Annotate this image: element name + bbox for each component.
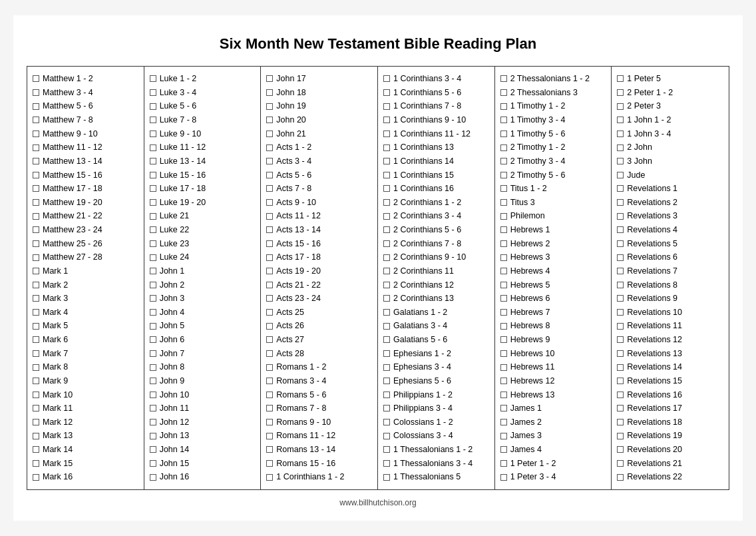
checkbox-icon[interactable] xyxy=(383,117,390,123)
checkbox-icon[interactable] xyxy=(383,131,390,137)
list-item[interactable]: Galatians 3 - 4 xyxy=(383,319,489,333)
list-item[interactable]: James 1 xyxy=(500,402,606,415)
checkbox-icon[interactable] xyxy=(383,446,390,453)
list-item[interactable]: Revelations 12 xyxy=(617,333,723,347)
checkbox-icon[interactable] xyxy=(383,103,390,110)
list-item[interactable]: Colossians 3 - 4 xyxy=(383,429,489,443)
checkbox-icon[interactable] xyxy=(150,213,156,220)
list-item[interactable]: Hebrews 1 xyxy=(500,223,606,237)
list-item[interactable]: Luke 19 - 20 xyxy=(150,196,256,210)
list-item[interactable]: 2 Corinthians 3 - 4 xyxy=(383,209,489,223)
list-item[interactable]: Romans 9 - 10 xyxy=(266,415,372,429)
checkbox-icon[interactable] xyxy=(500,433,507,439)
checkbox-icon[interactable] xyxy=(500,199,507,206)
checkbox-icon[interactable] xyxy=(266,89,273,96)
checkbox-icon[interactable] xyxy=(33,240,39,247)
list-item[interactable]: 1 Corinthians 9 - 10 xyxy=(383,113,489,127)
list-item[interactable]: Revelations 6 xyxy=(617,250,723,264)
list-item[interactable]: 1 Corinthians 11 - 12 xyxy=(383,127,489,141)
list-item[interactable]: Hebrews 8 xyxy=(500,319,606,333)
list-item[interactable]: Revelations 9 xyxy=(617,292,723,306)
list-item[interactable]: John 13 xyxy=(150,429,256,443)
checkbox-icon[interactable] xyxy=(33,392,39,398)
checkbox-icon[interactable] xyxy=(500,446,507,453)
checkbox-icon[interactable] xyxy=(150,199,156,206)
list-item[interactable]: John 16 xyxy=(150,470,256,484)
checkbox-icon[interactable] xyxy=(500,419,507,425)
list-item[interactable]: Romans 5 - 6 xyxy=(266,388,372,402)
checkbox-icon[interactable] xyxy=(33,158,39,164)
checkbox-icon[interactable] xyxy=(617,199,624,206)
list-item[interactable]: 2 Corinthians 13 xyxy=(383,292,489,306)
list-item[interactable]: Mark 3 xyxy=(33,292,138,306)
checkbox-icon[interactable] xyxy=(33,131,39,137)
list-item[interactable]: Matthew 3 - 4 xyxy=(33,86,138,100)
list-item[interactable]: Hebrews 7 xyxy=(500,306,606,320)
checkbox-icon[interactable] xyxy=(383,240,390,247)
checkbox-icon[interactable] xyxy=(33,89,39,96)
list-item[interactable]: 1 Corinthians 5 - 6 xyxy=(383,86,489,100)
list-item[interactable]: Mark 7 xyxy=(33,347,138,361)
list-item[interactable]: 1 Timothy 3 - 4 xyxy=(500,113,606,127)
checkbox-icon[interactable] xyxy=(266,185,273,192)
list-item[interactable]: 2 Corinthians 9 - 10 xyxy=(383,250,489,264)
list-item[interactable]: Matthew 11 - 12 xyxy=(33,140,138,154)
checkbox-icon[interactable] xyxy=(150,474,156,481)
list-item[interactable]: Revelations 5 xyxy=(617,237,723,251)
checkbox-icon[interactable] xyxy=(33,254,39,261)
list-item[interactable]: Luke 1 - 2 xyxy=(150,72,256,86)
list-item[interactable]: Romans 15 - 16 xyxy=(266,457,372,471)
checkbox-icon[interactable] xyxy=(266,103,273,110)
list-item[interactable]: Ephesians 3 - 4 xyxy=(383,360,489,374)
list-item[interactable]: 2 Corinthians 12 xyxy=(383,278,489,292)
checkbox-icon[interactable] xyxy=(33,172,39,178)
checkbox-icon[interactable] xyxy=(500,185,507,192)
checkbox-icon[interactable] xyxy=(617,364,624,371)
list-item[interactable]: Hebrews 4 xyxy=(500,264,606,278)
checkbox-icon[interactable] xyxy=(500,89,507,96)
checkbox-icon[interactable] xyxy=(617,323,624,330)
checkbox-icon[interactable] xyxy=(383,75,390,82)
checkbox-icon[interactable] xyxy=(150,364,156,371)
checkbox-icon[interactable] xyxy=(266,199,273,206)
list-item[interactable]: Luke 23 xyxy=(150,237,256,251)
list-item[interactable]: 1 Corinthians 14 xyxy=(383,154,489,168)
checkbox-icon[interactable] xyxy=(383,158,390,164)
list-item[interactable]: Mark 10 xyxy=(33,388,138,402)
checkbox-icon[interactable] xyxy=(150,460,156,467)
list-item[interactable]: 1 Corinthians 3 - 4 xyxy=(383,72,489,86)
list-item[interactable]: Acts 21 - 22 xyxy=(266,278,372,292)
checkbox-icon[interactable] xyxy=(383,364,390,371)
checkbox-icon[interactable] xyxy=(383,213,390,220)
checkbox-icon[interactable] xyxy=(617,392,624,398)
list-item[interactable]: Acts 25 xyxy=(266,306,372,320)
list-item[interactable]: Luke 17 - 18 xyxy=(150,182,256,196)
checkbox-icon[interactable] xyxy=(617,419,624,425)
list-item[interactable]: 2 Thessalonians 1 - 2 xyxy=(500,72,606,86)
list-item[interactable]: 1 Thessalonians 1 - 2 xyxy=(383,443,489,457)
list-item[interactable]: Mark 6 xyxy=(33,333,138,347)
checkbox-icon[interactable] xyxy=(150,103,156,110)
checkbox-icon[interactable] xyxy=(617,350,624,357)
checkbox-icon[interactable] xyxy=(266,295,273,302)
checkbox-icon[interactable] xyxy=(266,405,273,411)
list-item[interactable]: Hebrews 3 xyxy=(500,250,606,264)
checkbox-icon[interactable] xyxy=(33,309,39,316)
list-item[interactable]: Hebrews 13 xyxy=(500,388,606,402)
checkbox-icon[interactable] xyxy=(150,336,156,343)
list-item[interactable]: Matthew 19 - 20 xyxy=(33,196,138,210)
checkbox-icon[interactable] xyxy=(150,392,156,398)
checkbox-icon[interactable] xyxy=(33,103,39,110)
list-item[interactable]: Revelations 2 xyxy=(617,196,723,210)
checkbox-icon[interactable] xyxy=(617,240,624,247)
list-item[interactable]: John 6 xyxy=(150,333,256,347)
checkbox-icon[interactable] xyxy=(33,350,39,357)
checkbox-icon[interactable] xyxy=(500,405,507,411)
list-item[interactable]: Luke 11 - 12 xyxy=(150,140,256,154)
list-item[interactable]: 1 Corinthians 1 - 2 xyxy=(266,470,372,484)
list-item[interactable]: Mark 12 xyxy=(33,415,138,429)
checkbox-icon[interactable] xyxy=(617,144,624,151)
list-item[interactable]: Acts 1 - 2 xyxy=(266,140,372,154)
list-item[interactable]: John 8 xyxy=(150,360,256,374)
checkbox-icon[interactable] xyxy=(383,392,390,398)
